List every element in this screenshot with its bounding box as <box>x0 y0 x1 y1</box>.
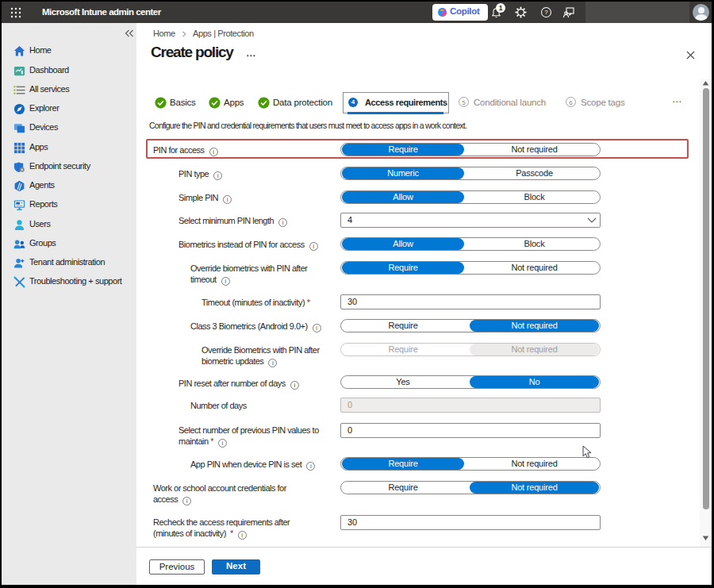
svg-text:?: ? <box>544 9 548 16</box>
